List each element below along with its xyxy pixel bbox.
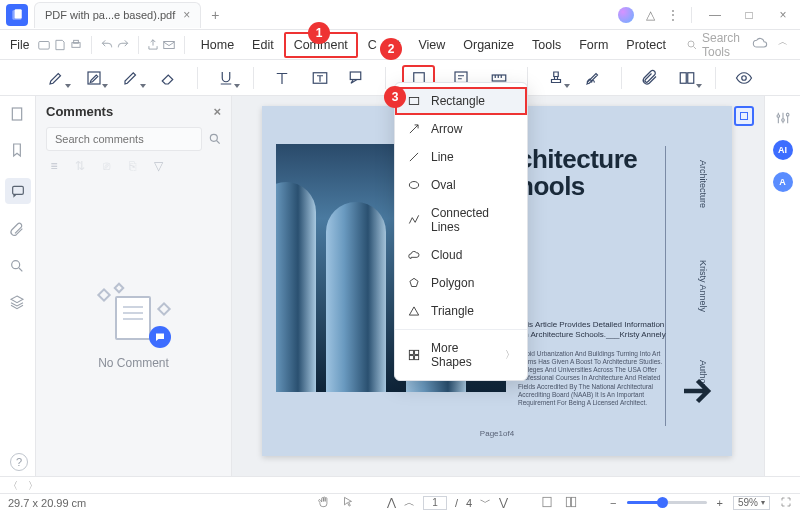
sort-icon[interactable]: ⇅	[72, 159, 88, 173]
shape-cloud[interactable]: Cloud	[395, 241, 527, 269]
menu-tab-edit[interactable]: Edit	[244, 34, 282, 56]
shape-oval[interactable]: Oval	[395, 171, 527, 199]
stamp-tool[interactable]	[544, 65, 568, 91]
callout-3: 3	[384, 86, 406, 108]
menu-tab-organize[interactable]: Organize	[455, 34, 522, 56]
zoom-in-icon[interactable]: +	[717, 497, 723, 509]
shape-line[interactable]: Line	[395, 143, 527, 171]
hand-tool-icon[interactable]	[317, 495, 331, 511]
highlighter-tool[interactable]	[44, 65, 68, 91]
expand-icon[interactable]: ⎚	[98, 159, 114, 173]
search-comments-input[interactable]	[46, 127, 202, 151]
share-icon[interactable]	[146, 34, 160, 56]
shape-rectangle[interactable]: Rectangle	[395, 87, 527, 115]
cloud-upload-icon[interactable]	[752, 35, 768, 54]
ai-badge-2[interactable]: A	[773, 172, 793, 192]
add-tab-button[interactable]: +	[201, 7, 229, 23]
pencil-tool[interactable]	[119, 65, 143, 91]
menu-tab-view[interactable]: View	[410, 34, 453, 56]
bookmarks-icon[interactable]	[9, 142, 27, 160]
sliders-icon[interactable]	[773, 108, 793, 128]
page-subtext: Rapid Urbanization And Buildings Turning…	[518, 350, 668, 407]
print-icon[interactable]	[69, 34, 83, 56]
save-icon[interactable]	[53, 34, 67, 56]
undo-icon[interactable]	[100, 34, 114, 56]
open-icon[interactable]	[37, 34, 51, 56]
search-icon	[686, 39, 698, 51]
svg-rect-4	[74, 40, 79, 43]
redo-icon[interactable]	[116, 34, 130, 56]
compare-tool[interactable]	[676, 65, 700, 91]
next-page-icon[interactable]: ﹀	[480, 495, 491, 510]
svg-rect-26	[409, 350, 413, 354]
thumbnails-icon[interactable]	[9, 106, 27, 124]
close-panel-button[interactable]: ×	[213, 104, 221, 119]
fullscreen-icon[interactable]	[780, 496, 792, 510]
svg-point-23	[786, 113, 789, 116]
fit-width-icon[interactable]	[540, 495, 554, 511]
attachments-icon[interactable]	[9, 222, 27, 240]
page-title: chitecturehools	[518, 146, 637, 201]
menu-tab-home[interactable]: Home	[193, 34, 242, 56]
zoom-out-icon[interactable]: −	[610, 497, 616, 509]
search-panel-icon[interactable]	[9, 258, 27, 276]
help-button[interactable]: ?	[10, 453, 28, 471]
notify-icon[interactable]: △	[646, 8, 655, 22]
side-label-author: Kristy Annely	[698, 260, 708, 312]
maximize-button[interactable]: □	[738, 8, 760, 22]
page-footer-label: Page1of4	[276, 429, 718, 438]
attachment-tool[interactable]	[638, 65, 662, 91]
eraser-tool[interactable]	[157, 65, 181, 91]
prev-page-icon[interactable]: ︿	[404, 495, 415, 510]
svg-point-15	[742, 75, 747, 80]
email-icon[interactable]	[162, 34, 176, 56]
shape-more[interactable]: More Shapes〉	[395, 334, 527, 376]
ai-orb-icon[interactable]	[618, 7, 634, 23]
comments-icon[interactable]	[5, 178, 31, 204]
nav-left-icon[interactable]: 〈	[8, 479, 18, 493]
shape-arrow[interactable]: Arrow	[395, 115, 527, 143]
shape-triangle[interactable]: Triangle	[395, 297, 527, 325]
signature-tool[interactable]	[581, 65, 605, 91]
text-tool[interactable]	[270, 65, 294, 91]
close-window-button[interactable]: ×	[772, 8, 794, 22]
hide-comments-tool[interactable]	[732, 65, 756, 91]
menu-tab-form[interactable]: Form	[571, 34, 616, 56]
kebab-icon[interactable]: ⋮	[667, 8, 679, 22]
menu-file[interactable]: File	[4, 38, 35, 52]
textbox-tool[interactable]	[308, 65, 332, 91]
close-tab-icon[interactable]: ×	[183, 8, 190, 22]
last-page-icon[interactable]: ⋁	[499, 496, 508, 509]
right-rail: AI A	[764, 96, 800, 476]
select-tool-icon[interactable]	[341, 495, 355, 511]
list-view-icon[interactable]: ≡	[46, 159, 62, 173]
minimize-button[interactable]: —	[704, 8, 726, 22]
svg-rect-17	[12, 186, 23, 194]
filter-icon[interactable]: ▽	[150, 159, 166, 173]
callout-tool[interactable]	[346, 65, 370, 91]
chevron-up-icon[interactable]: ︿	[778, 35, 788, 54]
underline-tool[interactable]	[214, 65, 238, 91]
zoom-slider[interactable]	[627, 501, 707, 504]
area-highlight-tool[interactable]	[82, 65, 106, 91]
search-icon[interactable]	[208, 132, 222, 146]
shape-polygon[interactable]: Polygon	[395, 269, 527, 297]
select-object-button[interactable]	[734, 106, 754, 126]
menu-tab-tools[interactable]: Tools	[524, 34, 569, 56]
next-arrow-icon	[678, 373, 714, 412]
search-tools[interactable]: Search Tools	[676, 31, 750, 59]
side-label-category: Architecture	[698, 160, 708, 208]
layers-icon[interactable]	[9, 294, 27, 312]
title-bar: PDF with pa...e based).pdf × + △ ⋮ — □ ×	[0, 0, 800, 30]
first-page-icon[interactable]: ⋀	[387, 496, 396, 509]
nav-right-icon[interactable]: 〉	[28, 479, 38, 493]
document-tab[interactable]: PDF with pa...e based).pdf ×	[34, 2, 201, 28]
current-page-input[interactable]: 1	[423, 496, 447, 510]
shape-connected-lines[interactable]: Connected Lines	[395, 199, 527, 241]
zoom-select[interactable]: 59%▾	[733, 496, 770, 510]
collapse-icon[interactable]: ⎘	[124, 159, 140, 173]
fit-page-icon[interactable]	[564, 495, 578, 511]
ai-badge[interactable]: AI	[773, 140, 793, 160]
menu-tab-protect[interactable]: Protect	[618, 34, 674, 56]
menu-tab-hidden-c[interactable]: C	[360, 34, 377, 56]
